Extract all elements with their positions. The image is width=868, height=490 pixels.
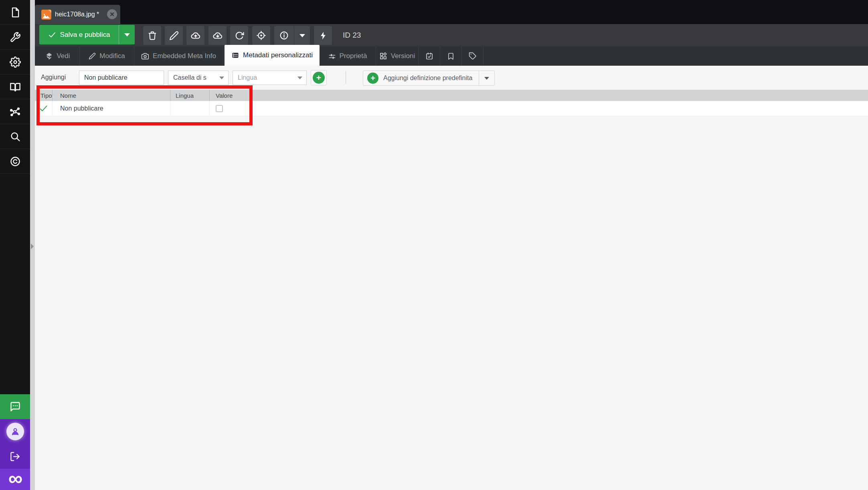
- asset-toolbar: Salva e pubblica: [35, 24, 868, 46]
- tag-icon: [469, 52, 477, 60]
- sidebar-item-settings[interactable]: [0, 50, 30, 75]
- sidebar-item-workflow[interactable]: [0, 99, 30, 124]
- document-tab-strip: heic1708a.jpg * ✕: [35, 0, 868, 24]
- expand-panel-arrow-icon[interactable]: [31, 244, 34, 249]
- pencil-icon: [89, 52, 96, 60]
- asset-id-label: ID 23: [343, 24, 361, 46]
- camera-icon: [141, 52, 149, 60]
- close-icon[interactable]: ✕: [107, 9, 117, 19]
- tab-embedded-meta-info[interactable]: Embedded Meta Info: [134, 46, 223, 66]
- tab-label: Metadati personalizzati: [243, 51, 313, 59]
- chat-icon: [10, 401, 21, 412]
- tab-tags[interactable]: [462, 46, 484, 66]
- tree-panel-splitter[interactable]: [30, 0, 35, 490]
- plus-icon: +: [313, 72, 325, 84]
- user-avatar-icon: [6, 423, 24, 440]
- tab-vedi[interactable]: Vedi: [36, 46, 80, 66]
- file-icon: [10, 7, 21, 18]
- tab-label: Embedded Meta Info: [153, 52, 216, 60]
- check-icon: [39, 104, 48, 113]
- column-header-tipo[interactable]: Tipo: [35, 90, 53, 101]
- add-label: Aggiungi: [41, 74, 66, 81]
- sidebar-item-tools[interactable]: [0, 25, 30, 50]
- value-checkbox[interactable]: [216, 105, 223, 112]
- calendar-check-icon: [425, 52, 433, 60]
- add-predefined-definition-button[interactable]: + Aggiungi definizione predefinita: [363, 71, 479, 85]
- tab-modifica[interactable]: Modifica: [80, 46, 134, 66]
- save-options-dropdown[interactable]: [119, 25, 135, 44]
- plus-icon: +: [367, 73, 378, 84]
- metadata-table-row[interactable]: Non pubblicare: [35, 101, 868, 116]
- asset-tab[interactable]: heic1708a.jpg * ✕: [35, 5, 120, 24]
- add-predefined-definition-label: Aggiungi definizione predefinita: [383, 75, 472, 82]
- save-publish-button[interactable]: Salva e pubblica: [39, 25, 135, 44]
- quick-actions-button[interactable]: [314, 26, 332, 45]
- tab-notes[interactable]: [440, 46, 462, 66]
- tab-proprieta[interactable]: Proprietà: [320, 46, 376, 66]
- column-header-lingua[interactable]: Lingua: [170, 90, 210, 101]
- caret-down-icon: [484, 77, 489, 80]
- row-type-cell: [35, 101, 53, 116]
- copyright-icon: [10, 156, 21, 167]
- info-icon: [279, 30, 289, 40]
- caret-down-icon: [299, 34, 305, 37]
- save-publish-label: Salva e pubblica: [60, 31, 110, 39]
- reload-button[interactable]: [230, 26, 248, 45]
- tab-label: Proprietà: [340, 52, 367, 60]
- locate-in-tree-button[interactable]: [252, 26, 270, 45]
- add-predefined-definition-button-group: + Aggiungi definizione predefinita: [363, 71, 495, 86]
- reload-icon: [235, 31, 244, 40]
- sidebar-item-license[interactable]: [0, 149, 30, 174]
- sidebar-item-search[interactable]: [0, 124, 30, 149]
- upload-button[interactable]: [186, 26, 204, 45]
- column-header-nome[interactable]: Nome: [53, 90, 170, 101]
- locate-icon: [256, 30, 266, 40]
- sidebar-item-chat[interactable]: [0, 394, 30, 419]
- add-metadata-button[interactable]: +: [311, 70, 327, 85]
- tab-versioni[interactable]: Versioni: [376, 46, 419, 66]
- check-icon: [48, 31, 56, 39]
- sidebar-item-library[interactable]: [0, 75, 30, 99]
- info-dropdown-button[interactable]: [294, 26, 310, 45]
- row-language-cell: [170, 101, 210, 116]
- metadata-type-value: Casella di s: [173, 74, 206, 81]
- bookmark-icon: [447, 52, 455, 60]
- sidebar-item-logout[interactable]: [0, 444, 30, 469]
- delete-button[interactable]: [143, 26, 161, 45]
- row-filler-cell: [252, 101, 868, 116]
- cloud-upload-icon: [190, 30, 201, 41]
- download-button[interactable]: [208, 26, 227, 45]
- row-name-cell: Non pubblicare: [53, 101, 170, 116]
- metadata-type-select[interactable]: Casella di s: [168, 71, 229, 85]
- sidebar-item-profile[interactable]: [0, 419, 30, 444]
- rename-button[interactable]: [165, 26, 183, 45]
- tab-label: Versioni: [391, 52, 415, 60]
- tab-metadati-personalizzati[interactable]: Metadati personalizzati: [225, 45, 320, 66]
- flower-icon: [45, 52, 53, 60]
- sliders-icon: [328, 52, 336, 60]
- row-value-cell: [210, 101, 252, 116]
- caret-down-icon: [297, 77, 302, 79]
- search-icon: [10, 131, 21, 142]
- trash-icon: [148, 31, 157, 40]
- info-button-group: [274, 26, 310, 45]
- sidebar-item-documents[interactable]: [0, 0, 30, 25]
- predefined-definition-dropdown[interactable]: [479, 71, 494, 85]
- metadata-language-select[interactable]: Lingua: [233, 71, 307, 85]
- column-header-valore[interactable]: Valore: [210, 90, 252, 101]
- book-icon: [10, 81, 21, 93]
- main-panel: heic1708a.jpg * ✕ Salva e pubblica: [35, 0, 868, 490]
- metadata-name-input[interactable]: [79, 71, 164, 85]
- sidebar-item-pimcore-logo[interactable]: ∞: [0, 469, 30, 490]
- metadata-table-header: Tipo Nome Lingua Valore: [35, 90, 868, 101]
- cloud-download-icon: [212, 30, 223, 41]
- asset-tab-title: heic1708a.jpg *: [55, 11, 99, 18]
- tab-schedule[interactable]: [419, 46, 440, 66]
- info-button[interactable]: [274, 26, 294, 45]
- wrench-icon: [10, 32, 21, 43]
- gear-icon: [10, 56, 21, 68]
- infinity-logo: ∞: [8, 470, 22, 486]
- caret-down-icon: [124, 33, 130, 36]
- tab-label: Vedi: [57, 52, 70, 60]
- network-icon: [10, 106, 21, 117]
